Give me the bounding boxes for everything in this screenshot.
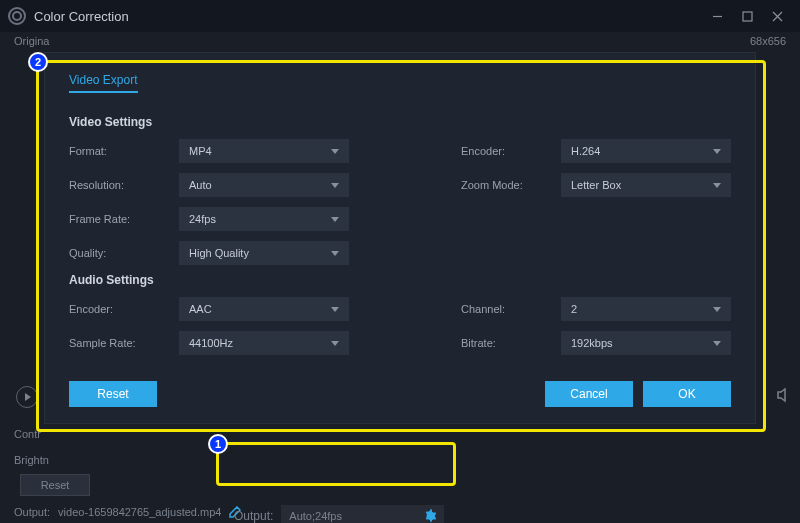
output-label: Output: (14, 506, 50, 518)
annotation-marker-1: 1 (208, 434, 228, 454)
output-settings-box[interactable]: Auto;24fps (281, 505, 444, 523)
output-file-name: video-1659842765_adjusted.mp4 (58, 506, 221, 518)
window-title: Color Correction (34, 9, 702, 24)
output-settings-row: Output: Auto;24fps (228, 500, 450, 523)
svg-rect-0 (743, 12, 752, 21)
format-select[interactable]: MP4 (179, 139, 349, 163)
chevron-down-icon (331, 217, 339, 222)
bg-reset-button[interactable]: Reset (20, 474, 90, 496)
sample-rate-label: Sample Rate: (69, 337, 179, 349)
quality-select[interactable]: High Quality (179, 241, 349, 265)
tab-video-export[interactable]: Video Export (69, 69, 138, 93)
quality-label: Quality: (69, 247, 179, 259)
minimize-button[interactable] (702, 1, 732, 31)
encoder-label: Encoder: (461, 145, 561, 157)
chevron-down-icon (331, 341, 339, 346)
output-settings-modal: Video Export Video Settings Format: MP4 … (44, 52, 756, 424)
sample-rate-select[interactable]: 44100Hz (179, 331, 349, 355)
modal-reset-button[interactable]: Reset (69, 381, 157, 407)
title-bar: Color Correction (0, 0, 800, 32)
app-logo-icon (8, 7, 26, 25)
framerate-label: Frame Rate: (69, 213, 179, 225)
chevron-down-icon (331, 307, 339, 312)
chevron-down-icon (713, 149, 721, 154)
channel-select[interactable]: 2 (561, 297, 731, 321)
chevron-down-icon (713, 341, 721, 346)
output-file-row: Output: video-1659842765_adjusted.mp4 (14, 506, 241, 518)
original-label: Origina (14, 35, 49, 47)
audio-settings-heading: Audio Settings (69, 273, 731, 287)
output-settings-value: Auto;24fps (289, 510, 342, 522)
info-row: Origina 68x656 (0, 32, 800, 50)
encoder-select[interactable]: H.264 (561, 139, 731, 163)
channel-label: Channel: (461, 303, 561, 315)
ok-button[interactable]: OK (643, 381, 731, 407)
format-label: Format: (69, 145, 179, 157)
brightness-label: Brightn (14, 454, 49, 466)
resolution-select[interactable]: Auto (179, 173, 349, 197)
bitrate-select[interactable]: 192kbps (561, 331, 731, 355)
annotation-marker-2: 2 (28, 52, 48, 72)
gear-icon[interactable] (422, 509, 436, 523)
chevron-down-icon (331, 251, 339, 256)
framerate-select[interactable]: 24fps (179, 207, 349, 231)
speaker-icon[interactable] (776, 386, 794, 404)
output2-label: Output: (234, 509, 273, 523)
play-icon[interactable] (16, 386, 38, 408)
chevron-down-icon (331, 183, 339, 188)
zoom-select[interactable]: Letter Box (561, 173, 731, 197)
audio-encoder-select[interactable]: AAC (179, 297, 349, 321)
chevron-down-icon (331, 149, 339, 154)
chevron-down-icon (713, 183, 721, 188)
contrast-label: Contr (14, 428, 41, 440)
zoom-label: Zoom Mode: (461, 179, 561, 191)
cancel-button[interactable]: Cancel (545, 381, 633, 407)
bitrate-label: Bitrate: (461, 337, 561, 349)
video-settings-heading: Video Settings (69, 115, 731, 129)
dimensions-label: 68x656 (750, 35, 786, 47)
audio-encoder-label: Encoder: (69, 303, 179, 315)
chevron-down-icon (713, 307, 721, 312)
close-button[interactable] (762, 1, 792, 31)
resolution-label: Resolution: (69, 179, 179, 191)
maximize-button[interactable] (732, 1, 762, 31)
